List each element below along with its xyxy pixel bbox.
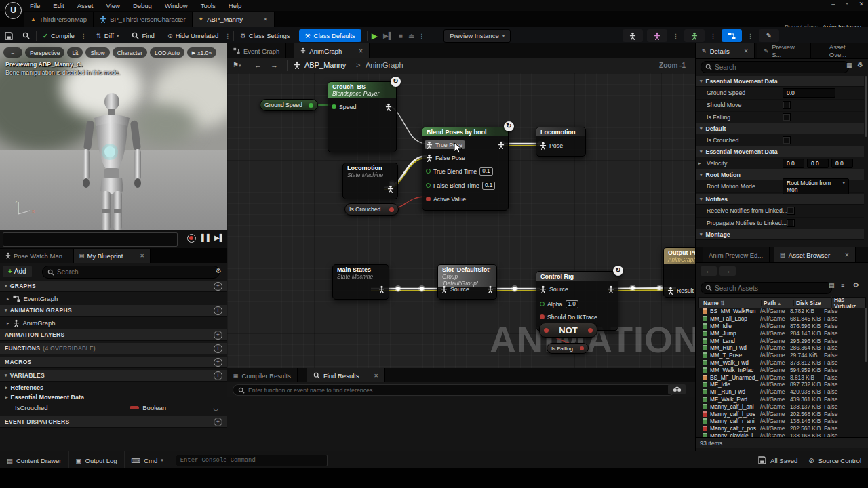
- content-drawer-button[interactable]: ▤ Content Drawer: [0, 451, 69, 469]
- preview-viewport[interactable]: ≡ PerspectiveLitShowCharacterLOD Auto ▶ …: [0, 43, 228, 230]
- tab-preview-scene[interactable]: ✎ Preview S...: [757, 43, 810, 58]
- forward-arrow-icon[interactable]: →: [271, 61, 278, 69]
- true-blend-time-field[interactable]: 0.1: [479, 167, 492, 176]
- output-pin[interactable]: [309, 103, 313, 108]
- propagate-notifies-checkbox[interactable]: [787, 219, 795, 227]
- tab-my-blueprint[interactable]: ▤ My Blueprint ✕: [74, 249, 151, 263]
- pin-source-input[interactable]: Source: [540, 285, 568, 293]
- alpha-field[interactable]: 1.0: [566, 300, 578, 308]
- stop-button[interactable]: ■: [396, 27, 406, 44]
- table-row[interactable]: MM_Run_Fwd /All/Game 286.364 KiB False: [698, 344, 862, 352]
- pin-speed[interactable]: Speed: [332, 102, 356, 111]
- menu-item[interactable]: Debug: [133, 2, 152, 9]
- playback-speed-pill[interactable]: ▶ x1.0»: [187, 47, 216, 58]
- add-function-icon[interactable]: +: [214, 344, 222, 353]
- pin-pose-input[interactable]: Pose: [540, 141, 563, 150]
- hide-unrelated-options-icon[interactable]: ⋮: [223, 33, 232, 39]
- pin-pose-output[interactable]: [387, 184, 394, 193]
- details-search-input[interactable]: Search: [701, 61, 849, 73]
- pin-should-do-iktrace[interactable]: Should Do IKTrace: [540, 312, 597, 321]
- restore-icon[interactable]: ▫: [846, 1, 848, 7]
- compile-options-icon[interactable]: ⋮: [79, 33, 88, 39]
- node-not[interactable]: NOT: [539, 323, 597, 338]
- back-arrow-icon[interactable]: ←: [254, 61, 262, 69]
- tab-anim-preview-editor[interactable]: Anim Preview Ed...: [703, 247, 770, 262]
- cmd-dropdown[interactable]: ⌨ Cmd ▾: [125, 451, 170, 469]
- asset-search-input[interactable]: Search Assets: [701, 282, 832, 294]
- skeleton-mode-button[interactable]: [623, 29, 643, 42]
- node-locomotion-statemachine[interactable]: LocomotionState Machine: [342, 163, 398, 199]
- compile-button[interactable]: ✓ Compile: [38, 27, 79, 44]
- menu-item[interactable]: Window: [165, 2, 188, 9]
- add-button[interactable]: + Add: [3, 266, 32, 277]
- close-tab-icon[interactable]: ✕: [744, 48, 749, 54]
- details-settings-gear-icon[interactable]: ⚙: [857, 61, 863, 68]
- section-animation-layers[interactable]: ANIMATION LAYERS+: [0, 329, 227, 341]
- details-section-essential-2[interactable]: ▾Essential Movement Data: [696, 146, 864, 157]
- folder-icon[interactable]: ▤: [829, 282, 835, 289]
- tab-bp-thirdpersoncharacter[interactable]: BP_ThirdPersonCharacter: [94, 12, 192, 27]
- variables-category-references[interactable]: ▸References: [5, 383, 43, 392]
- blueprint-options-icon[interactable]: ⋮: [746, 33, 755, 39]
- table-row[interactable]: Manny_calf_r_ani /All/Game 138.146 KiB F…: [698, 418, 862, 425]
- table-row[interactable]: Manny_calf_l_pos /All/Game 202.568 KiB F…: [698, 410, 862, 418]
- table-row[interactable]: MM_T_Pose /All/Game 29.744 KiB False: [698, 352, 862, 359]
- tab-pose-watch[interactable]: Pose Watch Man...: [0, 249, 74, 263]
- close-tab-icon[interactable]: ✕: [845, 252, 850, 258]
- menu-item[interactable]: Tools: [201, 2, 216, 9]
- input-pin[interactable]: [544, 328, 549, 333]
- hide-unrelated-button[interactable]: ⊙ Hide Unrelated: [163, 27, 223, 44]
- settings-gear-icon[interactable]: ⚙: [216, 267, 222, 274]
- details-section-notifies[interactable]: ▾Notifies: [696, 194, 864, 205]
- node-control-rig[interactable]: Control Rig Source Alpha1.0 Should Do IK…: [536, 271, 618, 331]
- menu-item[interactable]: Help: [229, 2, 242, 9]
- section-graphs[interactable]: ▾GRAPHS+: [0, 281, 227, 292]
- node-crouch-bs[interactable]: Crouch_BSBlendspace Player Speed ↻: [328, 81, 397, 152]
- minimize-icon[interactable]: –: [831, 1, 835, 7]
- tab-event-graph[interactable]: Event Graph: [227, 43, 286, 58]
- table-row[interactable]: Manny_calf_l_ani /All/Game 138.137 KiB F…: [698, 403, 862, 410]
- details-section-essential-1[interactable]: ▾Essential Movement Data: [696, 76, 864, 87]
- eject-button[interactable]: ⏏: [406, 27, 417, 44]
- table-row[interactable]: MF_Run_Fwd /All/Game 420.938 KiB False: [698, 388, 862, 396]
- section-event-dispatchers[interactable]: EVENT DISPATCHERS+: [0, 416, 227, 428]
- table-row[interactable]: MM_Fall_Loop /All/Game 681.845 KiB False: [698, 315, 862, 323]
- output-pin[interactable]: [588, 328, 593, 333]
- blueprint-search-input[interactable]: Search: [42, 266, 220, 279]
- pin-source-input[interactable]: Source: [441, 285, 469, 293]
- add-macro-icon[interactable]: +: [214, 358, 222, 367]
- tab-find-results[interactable]: Find Results ✕: [307, 368, 385, 383]
- back-arrow-icon[interactable]: ←: [701, 266, 717, 276]
- menu-item[interactable]: Asset: [77, 2, 94, 9]
- record-button[interactable]: [187, 234, 196, 243]
- pin-false-blend-time[interactable]: False Blend Time0.1: [426, 181, 495, 190]
- mesh-options-icon[interactable]: ⋮: [671, 33, 680, 39]
- output-pin[interactable]: [389, 207, 394, 212]
- node-slot-defaultslot[interactable]: Slot 'DefaultSlot'Group 'DefaultGroup' S…: [437, 264, 497, 300]
- property-matrix-icon[interactable]: ▦: [846, 62, 852, 68]
- sidebar-item-eventgraph[interactable]: ▸ EventGraph: [7, 293, 58, 304]
- column-disk-size[interactable]: Disk Size: [793, 300, 831, 306]
- filter-icon[interactable]: ≡: [841, 282, 844, 289]
- tab-animgraph[interactable]: AnimGraph ✕: [294, 43, 370, 58]
- viewport-option-pill[interactable]: Show: [85, 47, 109, 58]
- details-scrollbar[interactable]: [865, 76, 867, 137]
- asset-list-scrollbar[interactable]: [865, 308, 867, 362]
- pin-pose-output[interactable]: [498, 140, 505, 149]
- console-command-input[interactable]: Enter Console Command: [176, 455, 328, 466]
- table-row[interactable]: MM_Walk_Fwd /All/Game 373.812 KiB False: [698, 359, 862, 367]
- node-output-pose[interactable]: Output PoseAnimGraph Result: [663, 247, 695, 298]
- class-settings-button[interactable]: ⚙ Class Settings: [235, 27, 294, 44]
- details-section-default[interactable]: ▾Default: [696, 123, 864, 134]
- find-button[interactable]: Find: [127, 27, 159, 44]
- node-blend-poses-by-bool[interactable]: Blend Poses by bool True Pose False Pose…: [422, 127, 509, 211]
- source-control-status[interactable]: Source Control: [818, 457, 861, 464]
- add-event-dispatcher-icon[interactable]: +: [214, 418, 222, 426]
- menu-item[interactable]: View: [106, 2, 119, 9]
- play-button[interactable]: ▶: [369, 27, 380, 44]
- preview-instance-dropdown[interactable]: Preview Instance ▾: [443, 29, 511, 43]
- blueprint-mode-button[interactable]: [722, 29, 742, 42]
- false-blend-time-field[interactable]: 0.1: [482, 182, 495, 190]
- class-defaults-button[interactable]: ⚒ Class Defaults: [299, 29, 361, 42]
- node-is-falling[interactable]: Is Falling: [547, 343, 589, 354]
